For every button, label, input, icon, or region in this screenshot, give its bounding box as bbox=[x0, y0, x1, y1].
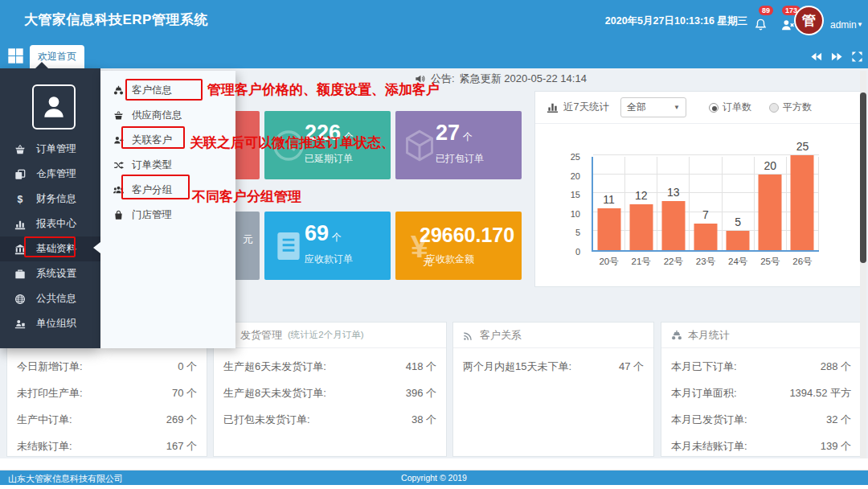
notification-badge: 89 bbox=[759, 6, 773, 15]
sidebar-item[interactable]: 系统设置 bbox=[0, 261, 100, 286]
chart-icon bbox=[14, 219, 26, 230]
stat-value: 70 个 bbox=[172, 386, 197, 401]
panel-month-stats: 本月统计本月已下订单:288 个本月订单面积:1394.52 平方本月已发货订单… bbox=[661, 322, 862, 457]
sidebar-item-label: 仓库管理 bbox=[36, 167, 76, 181]
y-axis-tick: 15 bbox=[558, 189, 580, 200]
stat-value: 0 个 bbox=[178, 360, 197, 374]
sidebar-item-label: 单位组织 bbox=[36, 317, 76, 331]
card-label: 应收款金额 bbox=[426, 253, 474, 266]
stat-label: 本月订单面积: bbox=[671, 386, 737, 401]
stat-value: 38 个 bbox=[411, 413, 436, 427]
annotation-note-1: 管理客户价格的、额度设置、添加客户 bbox=[207, 80, 440, 99]
card-label: 已延期订单 bbox=[305, 152, 353, 166]
chevron-down-icon[interactable]: ▼ bbox=[857, 21, 863, 28]
bar-value-label: 11 bbox=[593, 193, 624, 206]
radio-order-count[interactable]: 订单数 bbox=[709, 101, 751, 114]
erp-dashboard: 大管家信息科技ERP管理系统 2020年5月27日10:13:16 星期三 89… bbox=[0, 0, 868, 489]
stat-value: 139 个 bbox=[821, 439, 851, 454]
stat-value: 47 个 bbox=[619, 360, 644, 374]
sidebar-item[interactable]: 报表中心 bbox=[0, 212, 100, 236]
stat-label: 已打包未发货订单: bbox=[223, 413, 310, 427]
card-unit: 元 bbox=[243, 232, 253, 247]
fullscreen-icon[interactable] bbox=[851, 51, 863, 63]
chart-column: 723号 bbox=[690, 157, 722, 250]
stat-card-packed-orders[interactable]: 27个已打包订单 bbox=[395, 111, 522, 179]
sidebar-item[interactable]: 单位组织 bbox=[0, 311, 100, 336]
panel-header: 发货管理(统计近2个月订单) bbox=[214, 323, 446, 348]
bar-chart-icon bbox=[547, 101, 559, 113]
radio-square-count[interactable]: 平方数 bbox=[769, 101, 812, 114]
chart-column: 2526号 bbox=[787, 157, 819, 250]
bar bbox=[629, 204, 653, 250]
header: 大管家信息科技ERP管理系统 2020年5月27日10:13:16 星期三 89… bbox=[0, 0, 868, 68]
bar-value-label: 7 bbox=[690, 208, 721, 221]
y-axis-tick: 5 bbox=[558, 227, 580, 238]
sidebar-avatar[interactable] bbox=[32, 84, 76, 129]
sidebar-item[interactable]: $财务信息 bbox=[0, 187, 100, 212]
annotation-box-customer-info bbox=[125, 79, 203, 101]
stat-value: 396 个 bbox=[406, 386, 436, 401]
stat-label: 未结账订单: bbox=[17, 439, 72, 454]
stat-label: 今日新增订单: bbox=[17, 360, 83, 374]
tabs-scroll-left-icon[interactable] bbox=[810, 51, 822, 63]
panel-header: 本月统计 bbox=[661, 323, 861, 348]
submenu-item[interactable]: 供应商信息 bbox=[100, 103, 235, 128]
stat-row: 两个月内超15天未下单:47 个 bbox=[463, 353, 644, 380]
tabs-scroll-right-icon[interactable] bbox=[831, 51, 843, 63]
stat-row: 本月未结账订单:139 个 bbox=[671, 433, 851, 459]
basket-icon bbox=[14, 144, 26, 155]
card-value: 27个 bbox=[436, 121, 473, 146]
card-label: 应收款订单 bbox=[305, 253, 353, 266]
sidebar-item[interactable]: 订单管理 bbox=[0, 137, 100, 162]
chart-column: 1120号 bbox=[593, 157, 625, 250]
sidebar-item[interactable]: 仓库管理 bbox=[0, 162, 100, 187]
panel-title: 本月统计 bbox=[688, 328, 730, 343]
chart-filter-select[interactable]: 全部 ▼ bbox=[620, 97, 686, 117]
x-axis-tick: 22号 bbox=[657, 256, 689, 268]
bar bbox=[694, 224, 717, 250]
stat-label: 两个月内超15天未下单: bbox=[463, 360, 571, 374]
windows-menu-icon[interactable] bbox=[7, 47, 24, 64]
sidebar-item-label: 订单管理 bbox=[36, 142, 76, 156]
chart-column: 524号 bbox=[723, 157, 755, 250]
panel-shipping: 发货管理(统计近2个月订单)生产超6天未发货订单:418 个生产超8天未发货订单… bbox=[213, 322, 447, 457]
bell-icon[interactable] bbox=[754, 18, 768, 31]
card-unit: 个 bbox=[463, 131, 473, 142]
submenu-item-label: 供应商信息 bbox=[132, 109, 182, 122]
stat-label: 本月已发货订单: bbox=[671, 413, 747, 427]
sidebar-item[interactable]: 公共信息 bbox=[0, 286, 100, 311]
stat-row: 今日新增订单:0 个 bbox=[17, 353, 197, 380]
footer: 山东大管家信息科技有限公司 Copyright © 2019 bbox=[0, 471, 868, 485]
chevron-down-icon: ▼ bbox=[674, 104, 680, 111]
footer-spacer bbox=[0, 458, 868, 471]
stat-card-receivable-amount[interactable]: ¥29660.170元应收款金额 bbox=[395, 212, 522, 280]
submenu-item-label: 订单类型 bbox=[132, 158, 172, 172]
stat-row: 未打印生产单:70 个 bbox=[17, 380, 197, 406]
handshake-icon bbox=[671, 330, 682, 341]
user-x-icon[interactable] bbox=[781, 18, 795, 32]
rss-icon bbox=[463, 330, 474, 341]
bar bbox=[661, 201, 685, 250]
stat-card-receivable-orders[interactable]: 69个应收款订单 bbox=[264, 212, 391, 280]
panel-header: 客户关系 bbox=[453, 323, 653, 348]
avatar[interactable]: 管 bbox=[794, 6, 824, 35]
chart-panel: 近7天统计 全部 ▼ 订单数 平方数 0510152025 1120号1221号… bbox=[534, 91, 865, 287]
radio-dot bbox=[709, 103, 719, 113]
shuffle-icon bbox=[113, 160, 124, 171]
scrollbar-thumb[interactable] bbox=[860, 92, 866, 263]
username[interactable]: admin bbox=[830, 19, 857, 31]
chart-plot: 1120号1221号1322号723号524号2025号2526号 bbox=[592, 157, 819, 252]
chart-header: 近7天统计 全部 ▼ 订单数 平方数 bbox=[535, 92, 864, 124]
stat-label: 本月已下订单: bbox=[671, 360, 737, 374]
submenu-item[interactable]: 门店管理 bbox=[100, 203, 235, 228]
x-axis-tick: 25号 bbox=[755, 256, 786, 268]
stat-row: 已打包未发货订单:38 个 bbox=[223, 406, 436, 433]
globe-icon bbox=[14, 294, 26, 305]
handshake-icon bbox=[113, 85, 124, 96]
stat-row: 生产超6天未发货订单:418 个 bbox=[223, 353, 436, 380]
basket-icon bbox=[113, 110, 124, 121]
sidebar-pointer-arrow-icon bbox=[35, 62, 48, 68]
panel-subtitle: (统计近2个月订单) bbox=[288, 329, 364, 341]
chart-metric-radios: 订单数 平方数 bbox=[709, 101, 812, 114]
stat-value: 418 个 bbox=[406, 360, 436, 374]
